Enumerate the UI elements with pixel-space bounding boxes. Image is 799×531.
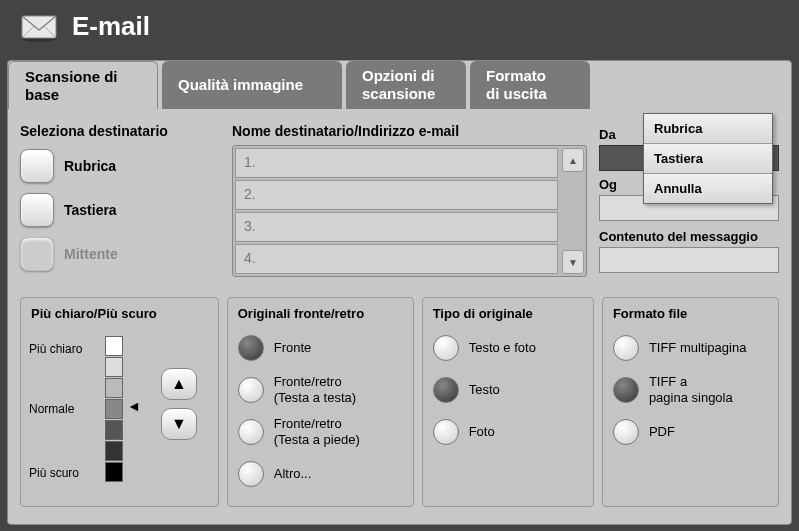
list-item[interactable]: 1. — [235, 148, 558, 178]
type-textphoto-radio[interactable] — [433, 335, 459, 361]
format-tiff-single-radio[interactable] — [613, 377, 639, 403]
format-pdf-label: PDF — [649, 424, 675, 440]
type-box: Tipo di originale Testo e foto Testo Fot… — [422, 297, 594, 507]
list-item[interactable]: 2. — [235, 180, 558, 210]
window-title: E-mail — [72, 11, 150, 42]
darkness-scale[interactable] — [105, 336, 123, 483]
tab-bar: Scansione di base Qualità immagine Opzio… — [8, 61, 594, 111]
tab-image-quality[interactable]: Qualità immagine — [162, 61, 342, 109]
sides-duplex-foot-radio[interactable] — [238, 419, 264, 445]
list-item[interactable]: 4. — [235, 244, 558, 274]
email-icon — [18, 10, 60, 42]
type-title: Tipo di originale — [433, 306, 583, 321]
recipient-list: 1. 2. 3. 4. ▲ ▼ — [232, 145, 587, 277]
darkness-up-button[interactable]: ▲ — [161, 368, 197, 400]
darker-label: Più scuro — [29, 466, 79, 480]
format-tiff-multi-label: TIFF multipagina — [649, 340, 747, 356]
type-photo-label: Foto — [469, 424, 495, 440]
normal-label: Normale — [29, 402, 74, 416]
lighter-label: Più chiaro — [29, 342, 82, 356]
tab-output-format[interactable]: Formato di uscita — [470, 61, 590, 109]
format-tiff-single-label: TIFF a pagina singola — [649, 374, 733, 405]
popup-tastiera[interactable]: Tastiera — [644, 144, 772, 174]
tastiera-button[interactable] — [20, 193, 54, 227]
format-title: Formato file — [613, 306, 768, 321]
rubrica-button[interactable] — [20, 149, 54, 183]
sides-front-label: Fronte — [274, 340, 312, 356]
format-pdf-radio[interactable] — [613, 419, 639, 445]
type-textphoto-label: Testo e foto — [469, 340, 536, 356]
sides-duplex-head-label: Fronte/retro (Testa a testa) — [274, 374, 356, 405]
tab-basic-scan[interactable]: Scansione di base — [8, 61, 158, 109]
darkness-title: Più chiaro/Più scuro — [31, 306, 208, 321]
message-content-label: Contenuto del messaggio — [599, 229, 779, 244]
sides-box: Originali fronte/retro Fronte Fronte/ret… — [227, 297, 414, 507]
darkness-box: Più chiaro/Più scuro Più chiaro Normale … — [20, 297, 219, 507]
list-item[interactable]: 3. — [235, 212, 558, 242]
mittente-label: Mittente — [64, 246, 118, 262]
message-content-field[interactable] — [599, 247, 779, 273]
popup-rubrica[interactable]: Rubrica — [644, 114, 772, 144]
format-tiff-multi-radio[interactable] — [613, 335, 639, 361]
sides-front-radio[interactable] — [238, 335, 264, 361]
from-popup: Rubrica Tastiera Annulla — [643, 113, 773, 204]
sides-duplex-head-radio[interactable] — [238, 377, 264, 403]
format-box: Formato file TIFF multipagina TIFF a pag… — [602, 297, 779, 507]
type-photo-radio[interactable] — [433, 419, 459, 445]
sides-duplex-foot-label: Fronte/retro (Testa a piede) — [274, 416, 360, 447]
type-text-radio[interactable] — [433, 377, 459, 403]
select-recipient-label: Seleziona destinatario — [20, 123, 220, 139]
tastiera-label: Tastiera — [64, 202, 117, 218]
sides-title: Originali fronte/retro — [238, 306, 403, 321]
tab-scan-options[interactable]: Opzioni di scansione — [346, 61, 466, 109]
recipient-list-label: Nome destinatario/Indirizzo e-mail — [232, 123, 587, 139]
list-scroll-down[interactable]: ▼ — [562, 250, 584, 274]
sides-other-radio[interactable] — [238, 461, 264, 487]
popup-annulla[interactable]: Annulla — [644, 174, 772, 203]
type-text-label: Testo — [469, 382, 500, 398]
darkness-pointer: ◄ — [127, 398, 141, 414]
darkness-down-button[interactable]: ▼ — [161, 408, 197, 440]
rubrica-label: Rubrica — [64, 158, 116, 174]
list-scroll-up[interactable]: ▲ — [562, 148, 584, 172]
sides-other-label: Altro... — [274, 466, 312, 482]
mittente-button — [20, 237, 54, 271]
